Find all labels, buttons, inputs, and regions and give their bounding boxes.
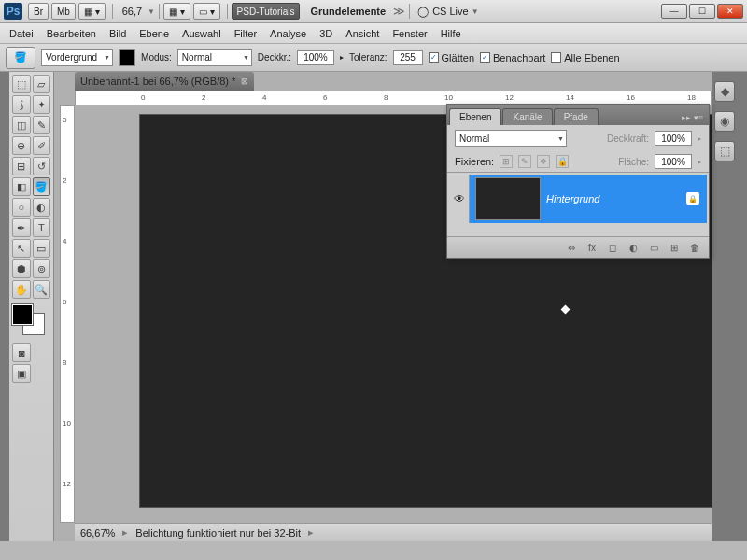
minimize-button[interactable]: —: [661, 4, 687, 19]
layer-effects-icon[interactable]: fx: [585, 241, 599, 254]
glaetten-checkbox[interactable]: ✓Glätten: [429, 52, 474, 63]
workspace-psd-tutorials[interactable]: PSD-Tutorials: [232, 3, 301, 20]
quickmask-toggle[interactable]: ◙: [12, 343, 31, 362]
layer-thumbnail[interactable]: [475, 177, 541, 220]
tab-kanaele[interactable]: Kanäle: [502, 108, 552, 125]
menu-3d[interactable]: 3D: [319, 28, 332, 39]
minibridge-button[interactable]: Mb: [51, 3, 76, 20]
zoom-level[interactable]: 66,7: [122, 6, 142, 17]
menu-auswahl[interactable]: Auswahl: [182, 28, 221, 39]
zoom-tool[interactable]: 🔍: [33, 280, 51, 299]
crop-tool[interactable]: ◫: [12, 116, 31, 134]
arrange-button[interactable]: ▦ ▾: [163, 3, 190, 20]
layer-fill-field[interactable]: 100%: [655, 154, 692, 169]
brush-tool[interactable]: ✐: [33, 136, 51, 155]
cslive-icon[interactable]: ◯: [417, 6, 429, 18]
toolbox: ⬚▱ ⟆✦ ◫✎ ⊕✐ ⊞↺ ◧🪣 ○◐ ✒T ↖▭ ⬢⊚ ✋🔍 ◙ ▣: [9, 72, 54, 541]
color-panel-icon[interactable]: ◆: [714, 81, 735, 102]
document-tab[interactable]: Unbenannt-1 bei 66,7% (RGB/8) *⊠: [75, 72, 254, 91]
new-layer-icon[interactable]: ⊞: [668, 241, 681, 254]
camera-tool[interactable]: ⊚: [33, 259, 51, 278]
workspace-grundelemente[interactable]: Grundelemente: [310, 6, 386, 17]
pen-tool[interactable]: ✒: [12, 218, 31, 237]
bucket-tool[interactable]: 🪣: [33, 177, 51, 196]
layer-row[interactable]: 👁 Hintergrund 🔒: [449, 175, 707, 223]
deckkr-label: Deckkr.:: [258, 52, 291, 63]
tolerance-field[interactable]: 255: [393, 50, 423, 65]
cslive-button[interactable]: CS Live: [432, 6, 469, 17]
status-zoom[interactable]: 66,67%: [80, 527, 115, 539]
menu-analyse[interactable]: Analyse: [270, 28, 306, 39]
menu-ebene[interactable]: Ebene: [139, 28, 169, 39]
eyedropper-tool[interactable]: ✎: [33, 116, 51, 134]
layer-opacity-field[interactable]: 100%: [655, 131, 692, 146]
flaeche-label: Fläche:: [618, 157, 649, 167]
layers-panel: Ebenen Kanäle Pfade ▸▸ ▾≡ Normal Deckkra…: [446, 104, 710, 259]
blur-tool[interactable]: ○: [12, 198, 31, 217]
menu-hilfe[interactable]: Hilfe: [441, 28, 461, 39]
fill-source-dropdown[interactable]: Vordergrund: [41, 49, 113, 66]
fill-swatch[interactable]: [119, 49, 135, 66]
marquee-tool[interactable]: ▱: [33, 75, 51, 93]
opacity-field[interactable]: 100%: [297, 50, 334, 65]
stamp-tool[interactable]: ⊞: [12, 157, 31, 175]
delete-layer-icon[interactable]: 🗑: [688, 241, 701, 254]
layer-group-icon[interactable]: ▭: [647, 241, 660, 254]
lock-transparent-icon[interactable]: ⊞: [500, 155, 513, 168]
lasso-tool[interactable]: ⟆: [12, 95, 31, 114]
options-bar: 🪣 Vordergrund Modus: Normal Deckkr.: 100…: [0, 44, 747, 72]
benachbart-checkbox[interactable]: ✓Benachbart: [480, 52, 545, 63]
menu-filter[interactable]: Filter: [234, 28, 257, 39]
path-tool[interactable]: ↖: [12, 239, 31, 258]
dodge-tool[interactable]: ◐: [33, 198, 51, 217]
hand-tool[interactable]: ✋: [12, 280, 31, 299]
menu-bild[interactable]: Bild: [109, 28, 126, 39]
tab-pfade[interactable]: Pfade: [554, 108, 599, 125]
lock-position-icon[interactable]: ✥: [537, 155, 550, 168]
right-dock-strip[interactable]: [738, 72, 747, 541]
layer-name[interactable]: Hintergrund: [546, 193, 686, 204]
heal-tool[interactable]: ⊕: [12, 136, 31, 155]
foreground-color[interactable]: [12, 304, 33, 325]
styles-panel-icon[interactable]: ⬚: [714, 141, 735, 161]
maximize-button[interactable]: ☐: [689, 4, 715, 19]
adjustment-layer-icon[interactable]: ◐: [627, 241, 640, 254]
menu-ansicht[interactable]: Ansicht: [345, 28, 379, 39]
move-tool[interactable]: ⬚: [12, 75, 31, 93]
shape-tool[interactable]: ▭: [33, 239, 51, 258]
view-extras-button[interactable]: ▦ ▾: [78, 3, 106, 20]
vertical-ruler[interactable]: 0 2 4 6 8 10 12: [60, 105, 75, 523]
visibility-toggle-icon[interactable]: 👁: [449, 175, 470, 223]
menu-bearbeiten[interactable]: Bearbeiten: [47, 28, 96, 39]
color-swatches[interactable]: [12, 304, 49, 338]
lock-all-icon[interactable]: 🔒: [556, 155, 569, 168]
alle-ebenen-checkbox[interactable]: Alle Ebenen: [551, 52, 619, 63]
link-layers-icon[interactable]: ⇔: [565, 241, 578, 254]
tab-close-icon[interactable]: ⊠: [241, 77, 248, 86]
close-button[interactable]: ✕: [717, 4, 743, 19]
lock-pixels-icon[interactable]: ✎: [518, 155, 531, 168]
panel-menu-icon[interactable]: ▸▸ ▾≡: [676, 110, 709, 125]
eraser-tool[interactable]: ◧: [12, 177, 31, 196]
menu-fenster[interactable]: Fenster: [392, 28, 427, 39]
status-arrow2-icon[interactable]: ▸: [308, 526, 314, 539]
bridge-button[interactable]: Br: [28, 3, 49, 20]
status-arrow-icon[interactable]: ▸: [122, 526, 128, 539]
app-logo: Ps: [4, 3, 22, 20]
layer-mask-icon[interactable]: ◻: [606, 241, 619, 254]
menu-datei[interactable]: Datei: [9, 28, 34, 39]
screenmode-toggle[interactable]: ▣: [12, 364, 31, 383]
tab-ebenen[interactable]: Ebenen: [449, 108, 501, 125]
toleranz-label: Toleranz:: [349, 52, 388, 63]
blend-mode-dropdown[interactable]: Normal: [177, 49, 252, 66]
left-dock-strip[interactable]: [0, 72, 9, 541]
current-tool-icon[interactable]: 🪣: [6, 47, 35, 69]
history-brush-tool[interactable]: ↺: [33, 157, 51, 175]
workspace-more-icon[interactable]: ≫: [393, 5, 405, 18]
screen-mode-button[interactable]: ▭ ▾: [193, 3, 220, 20]
type-tool[interactable]: T: [33, 218, 51, 237]
wand-tool[interactable]: ✦: [33, 95, 51, 114]
swatches-panel-icon[interactable]: ◉: [714, 111, 735, 132]
3d-tool[interactable]: ⬢: [12, 259, 31, 278]
layer-blend-dropdown[interactable]: Normal: [455, 130, 567, 147]
